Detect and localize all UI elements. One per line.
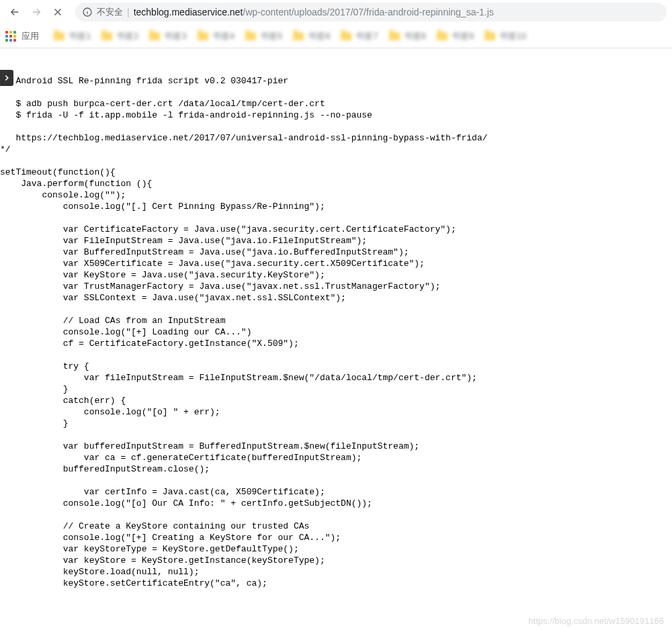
folder-icon (149, 32, 160, 40)
bookmark-item[interactable]: 书签8 (384, 28, 431, 45)
insecure-label: 不安全 (97, 6, 123, 18)
separator: | (127, 7, 130, 17)
folder-icon (245, 32, 256, 40)
folder-icon (389, 32, 400, 40)
address-bar[interactable]: 不安全 | techblog.mediaservice.net/wp-conte… (75, 3, 667, 21)
folder-icon (437, 32, 448, 40)
bookmark-item[interactable]: 书签10 (479, 28, 532, 45)
stop-button[interactable] (48, 3, 67, 21)
folder-icon (485, 32, 495, 40)
expand-panel-button[interactable] (0, 70, 13, 86)
watermark: https://blog.csdn.net/w1590191166 (528, 616, 664, 626)
info-icon (82, 7, 93, 17)
bookmark-item[interactable]: 书签3 (144, 28, 192, 45)
folder-icon (101, 32, 112, 40)
bookmark-item[interactable]: 书签1 (48, 28, 96, 45)
folder-icon (341, 32, 351, 40)
forward-button[interactable] (27, 3, 46, 21)
source-code: Android SSL Re-pinning frida script v0.2… (0, 75, 672, 589)
bookmark-item[interactable]: 书签2 (96, 28, 144, 45)
bookmark-item[interactable]: 书签6 (288, 28, 335, 45)
apps-label[interactable]: 应用 (22, 30, 39, 42)
folder-icon (293, 32, 304, 40)
back-button[interactable] (5, 3, 24, 21)
bookmarks-bar: 应用 书签1书签2书签3书签4书签5书签6书签7书签8书签9书签10 (0, 24, 672, 48)
url-text: techblog.mediaservice.net/wp-content/upl… (134, 7, 494, 17)
bookmark-item[interactable]: 书签5 (240, 28, 288, 45)
apps-icon[interactable] (5, 31, 16, 42)
bookmark-item[interactable]: 书签4 (192, 28, 240, 45)
browser-toolbar: 不安全 | techblog.mediaservice.net/wp-conte… (0, 0, 672, 24)
folder-icon (198, 32, 208, 40)
folder-icon (54, 32, 65, 40)
bookmark-item[interactable]: 书签9 (431, 28, 479, 45)
bookmark-item[interactable]: 书签7 (335, 28, 383, 45)
